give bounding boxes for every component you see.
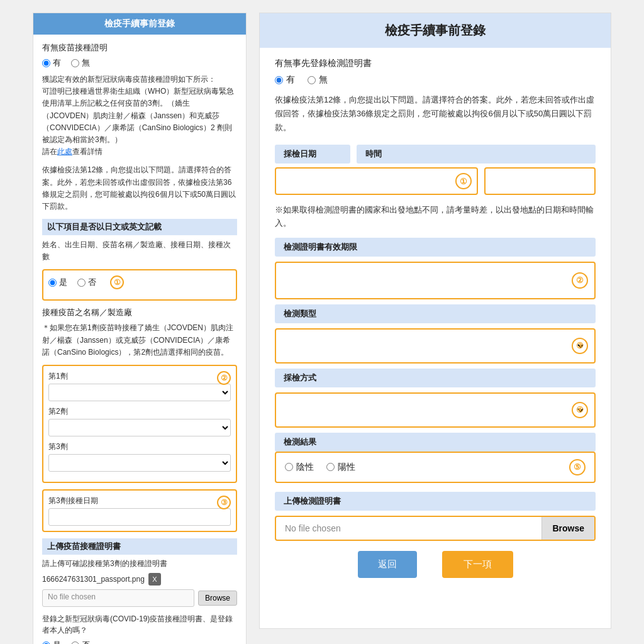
r-positive-label[interactable]: 陽性 [326, 462, 355, 473]
items-desc: 姓名、出生日期、疫苗名稱／製造廠、接種日期、接種次數 [42, 239, 237, 263]
r-validity-box: ② [275, 262, 596, 299]
question-text: 登錄之新型冠狀病毒(COVID-19)疫苗接種證明書、是登錄者本人的嗎？ [42, 613, 237, 636]
r-circle3-icon: ③ [572, 338, 588, 354]
right-panel: 檢疫手續事前登錄 有無事先登錄檢測證明書 有 無 依據檢疫法第12條，向您提出以… [259, 13, 611, 629]
person-yes-label[interactable]: 是 [42, 640, 61, 644]
r-circle1-icon: ① [455, 173, 472, 189]
circle3-box: ③ 第3劑接種日期 [42, 489, 237, 532]
r-time-input[interactable] [494, 175, 586, 185]
vaccine-info-block: 獲認定有效的新型冠狀病毒疫苗接種證明如下所示： 可證明已接種過世界衛生組織（WH… [42, 74, 237, 158]
file-name: 1666247631301_passport.png [42, 575, 145, 584]
r-test-type-box: ③ [275, 328, 596, 364]
dose1-label: 第1劑 [48, 371, 231, 382]
left-panel-header: 檢疫手續事前登錄 [33, 13, 246, 35]
vaccine-cert-radio-row: 有 無 [42, 57, 237, 69]
items-yes-radio[interactable] [48, 279, 57, 287]
vaccine-cert-yes-label[interactable]: 有 [42, 57, 61, 69]
r-test-type-label: 檢測類型 [275, 304, 596, 323]
file-input-placeholder: No file chosen [42, 589, 194, 607]
r-cert-yes-label[interactable]: 有 [275, 74, 295, 86]
r-negative-label[interactable]: 陰性 [285, 462, 314, 473]
r-bottom-buttons: 返回 下一項 [275, 551, 596, 578]
vaccine-cert-yes-radio[interactable] [42, 59, 50, 67]
r-browse-button[interactable]: Browse [541, 517, 594, 540]
r-test-method-label: 採檢方式 [275, 369, 596, 387]
r-test-type-select[interactable] [285, 338, 586, 353]
items-radio-row: 是 否 ① [48, 275, 231, 289]
bottom-section: 登錄之新型冠狀病毒(COVID-19)疫苗接種證明書、是登錄者本人的嗎？ 是 否 [42, 613, 237, 644]
r-cert-label: 有無事先登錄檢測證明書 [275, 58, 596, 69]
r-test-method-box: ④ [275, 392, 596, 428]
r-file-row: No file chosen Browse [275, 516, 596, 541]
r-law-block: 依據檢疫法第12條，向您提出以下問題。請選擇符合的答案。此外，若您未回答或作出虛… [275, 93, 596, 135]
file-badge: 1666247631301_passport.png X [42, 573, 237, 586]
dose1-row: 第1劑 [48, 371, 231, 401]
circle1-icon: ① [110, 275, 124, 289]
r-result-label: 檢測結果 [275, 433, 596, 452]
vaccine-note: ＊如果您在第1劑疫苗時接種了嬌生（JCOVDEN）肌肉注射／楊森（Janssen… [42, 322, 237, 358]
person-yes-radio[interactable] [42, 641, 50, 645]
vaccine-cert-no-radio[interactable] [71, 59, 79, 67]
r-cert-no-radio[interactable] [308, 76, 316, 84]
file-input-row: No file chosen Browse [42, 589, 237, 607]
circle2-icon: ② [217, 371, 231, 385]
dose1-select[interactable] [48, 384, 231, 401]
items-section-label: 以下項目是否以日文或英文記載 [42, 219, 237, 235]
r-positive-radio[interactable] [326, 463, 335, 471]
r-result-radio-box: 陰性 陽性 ⑤ [275, 452, 596, 483]
items-no-radio[interactable] [77, 279, 86, 287]
remove-file-button[interactable]: X [148, 573, 161, 586]
items-yes-label[interactable]: 是 [48, 277, 67, 288]
dose3-select[interactable] [48, 454, 231, 472]
r-date-note: ※如果取得檢測證明書的國家和出發地點不同，請考量時差，以出發地點的日期和時間輸入… [275, 204, 596, 230]
dose3-row: 第3劑 [48, 441, 231, 472]
vaccine-cert-no-label[interactable]: 無 [71, 57, 90, 69]
r-date-time-inputs: ① [275, 167, 596, 195]
law-info-block: 依據檢疫法第12條，向您提出以下問題。請選擇符合的答案。此外，若您未回答或作出虛… [42, 164, 237, 213]
right-panel-header: 檢疫手續事前登錄 [260, 13, 611, 48]
circle2-box: ② 第1劑 第2劑 第3劑 [42, 365, 237, 483]
r-next-button[interactable]: 下一項 [442, 551, 513, 578]
r-upload-label: 上傳檢測證明書 [275, 492, 596, 511]
r-date-input-box: ① [275, 167, 478, 195]
r-date-label: 採檢日期 [275, 145, 350, 164]
r-time-label: 時間 [357, 145, 596, 164]
r-back-button[interactable]: 返回 [358, 551, 417, 578]
r-validity-label: 檢測證明書有效期限 [275, 238, 596, 257]
r-negative-radio[interactable] [285, 463, 293, 471]
vaccine-cert-label: 有無疫苗接種證明 [42, 42, 237, 53]
person-no-radio[interactable] [71, 641, 79, 645]
r-cert-yes-radio[interactable] [275, 76, 283, 84]
r-test-method-select[interactable] [285, 402, 586, 418]
vaccine-name-label: 接種疫苗之名稱／製造廠 [42, 307, 237, 318]
person-radio-row: 是 否 [42, 640, 237, 644]
dose2-select[interactable] [48, 419, 231, 436]
upload-note: 請上傳可確認接種第3劑的接種證明書 [42, 558, 237, 569]
circle1-box: 是 否 ① [42, 269, 237, 301]
upload-section-label: 上傳疫苗接種證明書 [42, 538, 237, 555]
dose3-date-input[interactable] [48, 508, 231, 526]
detail-link[interactable]: 此處 [57, 147, 72, 156]
dose3-label: 第3劑 [48, 441, 231, 452]
items-no-label[interactable]: 否 [77, 277, 96, 288]
dose2-label: 第2劑 [48, 406, 231, 417]
r-circle2-icon: ② [572, 272, 588, 289]
r-circle5-icon: ⑤ [569, 459, 586, 475]
r-date-input[interactable] [285, 175, 468, 185]
r-time-input-box [484, 167, 596, 195]
dose3-date-label: 第3劑接種日期 [48, 496, 231, 506]
r-result-section: 檢測結果 陰性 陽性 ⑤ [275, 433, 596, 483]
left-panel: 檢疫手續事前登錄 有無疫苗接種證明 有 無 獲認定有效的新型冠狀病毒疫苗接種證明… [33, 13, 247, 644]
circle3-icon: ③ [217, 496, 231, 509]
r-date-time-labels: 採檢日期 時間 [275, 145, 596, 164]
r-cert-no-label[interactable]: 無 [308, 74, 328, 86]
r-circle4-icon: ④ [572, 402, 588, 418]
upload-section: 上傳疫苗接種證明書 請上傳可確認接種第3劑的接種證明書 166624763130… [42, 538, 237, 607]
r-file-placeholder: No file chosen [276, 517, 541, 540]
dose2-row: 第2劑 [48, 406, 231, 436]
r-cert-radio-row: 有 無 [275, 74, 596, 86]
person-no-label[interactable]: 否 [71, 640, 90, 644]
browse-button[interactable]: Browse [198, 591, 237, 606]
